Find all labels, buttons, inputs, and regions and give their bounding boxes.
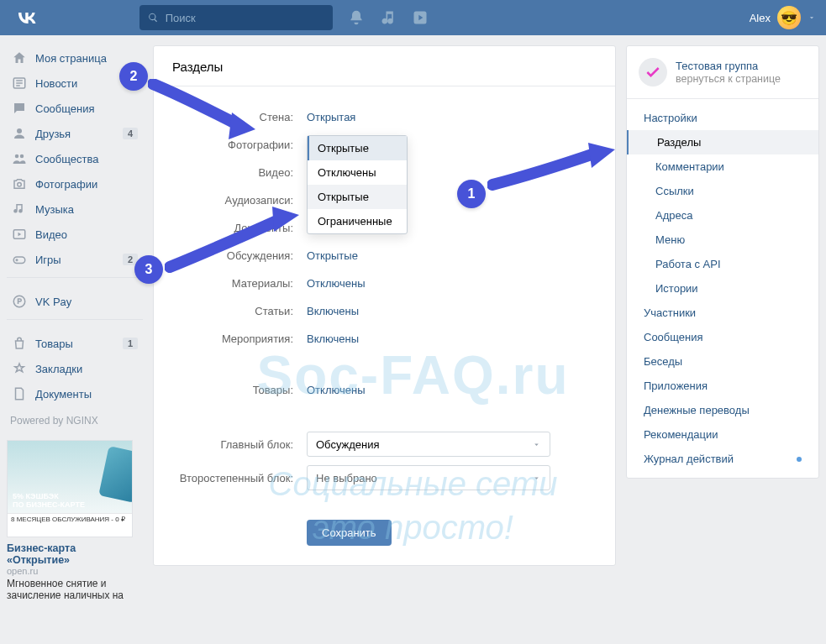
svg-point-2 <box>17 128 22 134</box>
row-value[interactable]: Отключены <box>307 277 365 290</box>
side-item-settings[interactable]: Настройки <box>627 106 818 130</box>
bell-icon[interactable] <box>348 9 365 26</box>
group-avatar <box>639 58 667 86</box>
side-nav: Настройки Разделы Комментарии Ссылки Адр… <box>627 99 818 478</box>
nav-label: Сообщества <box>35 153 99 165</box>
header-icons <box>348 9 429 26</box>
nav-label: Новости <box>35 77 77 90</box>
chevron-down-icon <box>532 440 541 449</box>
dropdown-option[interactable]: Отключены <box>308 160 407 185</box>
row-value[interactable]: Включены <box>307 332 359 345</box>
music-icon[interactable] <box>380 9 397 26</box>
row-label: Аудиозаписи: <box>172 194 307 207</box>
side-item-api[interactable]: Работа с API <box>627 252 818 276</box>
annotation-arrow-3 <box>165 207 308 274</box>
nav-label: Товары <box>35 338 73 350</box>
side-item-menu[interactable]: Меню <box>627 228 818 252</box>
side-label: Истории <box>655 282 698 295</box>
side-item-recs[interactable]: Рекомендации <box>627 422 818 447</box>
nav-products[interactable]: Товары1 <box>7 331 143 356</box>
row-label: Мероприятия: <box>172 332 307 345</box>
nav-friends[interactable]: Друзья4 <box>7 121 143 146</box>
side-label: Сообщения <box>644 331 703 343</box>
nav-video[interactable]: Видео <box>7 222 143 247</box>
side-item-links[interactable]: Ссылки <box>627 179 818 203</box>
side-item-messages[interactable]: Сообщения <box>627 325 818 349</box>
group-header[interactable]: Тестовая группа вернуться к странице <box>627 46 818 99</box>
side-item-chats[interactable]: Беседы <box>627 349 818 374</box>
search-input[interactable] <box>166 12 324 24</box>
side-panel: Тестовая группа вернуться к странице Нас… <box>626 45 819 479</box>
check-icon <box>644 64 661 81</box>
side-item-sections[interactable]: Разделы <box>627 130 818 154</box>
side-item-members[interactable]: Участники <box>627 301 818 325</box>
pay-icon <box>12 294 27 309</box>
side-label: Участники <box>644 306 696 319</box>
game-icon <box>12 252 27 267</box>
side-item-money[interactable]: Денежные переводы <box>627 398 818 422</box>
groups-icon <box>12 151 27 166</box>
side-label: Приложения <box>644 380 708 392</box>
nav-label: Моя страница <box>35 52 107 65</box>
save-button[interactable]: Сохранить <box>307 520 392 546</box>
nav-games[interactable]: Игры2 <box>7 247 143 272</box>
side-label: Беседы <box>644 355 682 368</box>
side-label: Журнал действий <box>644 453 734 465</box>
side-label: Ссылки <box>655 185 694 197</box>
main-block-select[interactable]: Обсуждения <box>307 432 550 457</box>
nav-label: Фотографии <box>35 178 97 191</box>
side-item-apps[interactable]: Приложения <box>627 374 818 398</box>
nav-groups[interactable]: Сообщества <box>7 146 143 171</box>
side-label: Работа с API <box>655 258 721 270</box>
vk-logo-icon[interactable] <box>15 6 39 29</box>
side-item-log[interactable]: Журнал действий <box>627 447 818 471</box>
annotation-arrow-2 <box>148 79 266 146</box>
camera-icon <box>12 176 27 191</box>
annotation-circle-2: 2 <box>119 62 148 91</box>
news-icon <box>12 76 27 91</box>
nav-bookmarks[interactable]: Закладки <box>7 356 143 381</box>
side-label: Адреса <box>655 209 692 222</box>
search-box[interactable] <box>139 5 333 30</box>
top-header: Alex 😎 <box>0 0 826 35</box>
dropdown-option[interactable]: Открытые <box>308 136 407 160</box>
nav-label: Музыка <box>35 203 74 216</box>
side-item-addresses[interactable]: Адреса <box>627 203 818 228</box>
side-item-comments[interactable]: Комментарии <box>627 154 818 179</box>
row-value[interactable]: Включены <box>307 305 359 317</box>
bookmark-icon <box>12 361 27 376</box>
nav-label: Документы <box>35 388 92 401</box>
row-value[interactable]: Открытая <box>307 111 355 123</box>
secondary-block-label: Второстепенный блок: <box>172 472 307 484</box>
ad-card[interactable]: 5% КЭШБЭК ПО БИЗНЕС-КАРТЕ 8 МЕСЯЦЕВ ОБСЛ… <box>7 440 133 601</box>
dropdown-option[interactable]: Ограниченные <box>308 209 407 233</box>
dropdown-option[interactable]: Открытые <box>308 185 407 209</box>
side-label: Настройки <box>644 112 697 124</box>
nav-label: Видео <box>35 228 67 241</box>
nav-music[interactable]: Музыка <box>7 196 143 222</box>
row-value[interactable]: Открытые <box>307 249 358 262</box>
photo-dropdown: Открытые Отключены Открытые Ограниченные <box>307 135 408 234</box>
play-icon[interactable] <box>412 9 429 26</box>
chevron-down-icon <box>532 474 541 483</box>
nav-photos[interactable]: Фотографии <box>7 171 143 196</box>
user-menu[interactable]: Alex 😎 <box>750 6 816 29</box>
side-item-stories[interactable]: Истории <box>627 276 818 301</box>
row-label: Товары: <box>172 384 307 396</box>
ad-image: 5% КЭШБЭК ПО БИЗНЕС-КАРТЕ 8 МЕСЯЦЕВ ОБСЛ… <box>7 440 133 537</box>
bag-icon <box>12 336 27 351</box>
main-block-label: Главный блок: <box>172 438 307 451</box>
notification-dot <box>797 457 802 462</box>
annotation-circle-1: 1 <box>457 180 486 208</box>
nav-label: Сообщения <box>35 102 95 115</box>
user-avatar: 😎 <box>777 6 801 29</box>
secondary-block-select[interactable]: Не выбрано <box>307 465 550 490</box>
nav-messages[interactable]: Сообщения <box>7 96 143 121</box>
nav-docs[interactable]: Документы <box>7 381 143 406</box>
nav-label: VK Pay <box>35 296 71 308</box>
row-value[interactable]: Отключены <box>307 384 365 396</box>
svg-rect-7 <box>13 257 25 264</box>
side-label: Меню <box>655 233 685 246</box>
nav-vkpay[interactable]: VK Pay <box>7 289 143 314</box>
nav-label: Друзья <box>35 128 71 140</box>
